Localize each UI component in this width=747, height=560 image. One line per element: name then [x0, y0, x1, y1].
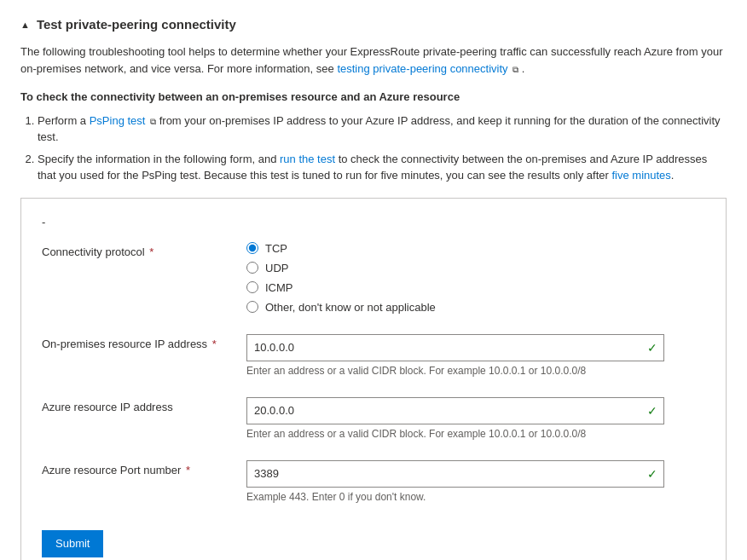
- submit-button[interactable]: Submit: [42, 530, 103, 557]
- azure-ip-check-icon: ✓: [647, 404, 657, 418]
- step1-text-before: Perform a: [38, 114, 90, 127]
- port-check-icon: ✓: [647, 467, 657, 481]
- port-number-input[interactable]: [246, 460, 664, 488]
- on-premises-ip-wrapper: ✓: [246, 334, 664, 361]
- port-number-label: Azure resource Port number *: [42, 460, 246, 476]
- radio-input-tcp[interactable]: [246, 242, 258, 254]
- page-container: ▲ Test private-peering connectivity The …: [20, 17, 727, 560]
- connectivity-protocol-control: TCP UDP ICMP Other, don't know or not ap…: [246, 242, 705, 314]
- required-star-protocol: *: [147, 245, 154, 258]
- on-premises-ip-label: On-premises resource IP address *: [42, 334, 246, 350]
- radio-label-udp: UDP: [265, 262, 288, 274]
- radio-tcp[interactable]: TCP: [246, 242, 705, 255]
- on-premises-ip-hint: Enter an address or a valid CIDR block. …: [246, 365, 705, 377]
- connectivity-protocol-row: Connectivity protocol * TCP UDP ICMP: [42, 242, 705, 314]
- required-star-onprem: *: [209, 338, 217, 350]
- dash-separator: -: [42, 216, 705, 228]
- external-link-icon: ⧉: [512, 63, 518, 76]
- azure-ip-row: Azure resource IP address ✓ Enter an add…: [42, 397, 705, 440]
- on-premises-ip-input[interactable]: [246, 334, 664, 361]
- radio-input-udp[interactable]: [246, 262, 258, 274]
- description-block: The following troubleshooting tool helps…: [20, 43, 727, 77]
- radio-label-icmp: ICMP: [265, 281, 293, 294]
- step-2: Specify the information in the following…: [38, 151, 727, 184]
- steps-heading: To check the connectivity between an on-…: [20, 89, 727, 106]
- radio-label-tcp: TCP: [265, 242, 287, 255]
- on-premises-ip-row: On-premises resource IP address * ✓ Ente…: [42, 334, 705, 377]
- section-title: Test private-peering connectivity: [37, 17, 236, 32]
- chevron-icon[interactable]: ▲: [20, 20, 30, 30]
- private-peering-link[interactable]: testing private-peering connectivity: [337, 62, 507, 75]
- steps-list: Perform a PsPing test ⧉ from your on-pre…: [20, 113, 727, 184]
- azure-ip-control: ✓ Enter an address or a valid CIDR block…: [246, 397, 705, 440]
- step2-text: Specify the information in the following…: [38, 153, 707, 182]
- port-number-control: ✓ Example 443. Enter 0 if you don't know…: [246, 460, 705, 503]
- on-premises-check-icon: ✓: [647, 341, 657, 355]
- radio-input-icmp[interactable]: [246, 281, 258, 293]
- azure-ip-input[interactable]: [246, 397, 664, 424]
- radio-udp[interactable]: UDP: [246, 262, 705, 274]
- radio-label-other: Other, don't know or not applicable: [265, 301, 436, 314]
- on-premises-ip-control: ✓ Enter an address or a valid CIDR block…: [246, 334, 705, 377]
- steps-block: To check the connectivity between an on-…: [20, 89, 727, 184]
- intro-end: .: [522, 62, 525, 75]
- port-number-row: Azure resource Port number * ✓ Example 4…: [42, 460, 705, 503]
- form-container: - Connectivity protocol * TCP UDP: [20, 198, 727, 561]
- section-header: ▲ Test private-peering connectivity: [20, 17, 727, 32]
- radio-input-other[interactable]: [246, 301, 258, 313]
- required-star-port: *: [182, 464, 190, 476]
- radio-other[interactable]: Other, don't know or not applicable: [246, 301, 705, 314]
- step-1: Perform a PsPing test ⧉ from your on-pre…: [38, 113, 727, 146]
- radio-icmp[interactable]: ICMP: [246, 281, 705, 294]
- port-number-wrapper: ✓: [246, 460, 664, 488]
- psping-external-icon: ⧉: [150, 115, 156, 128]
- port-number-hint: Example 443. Enter 0 if you don't know.: [246, 491, 705, 503]
- psping-link[interactable]: PsPing test: [90, 114, 146, 127]
- azure-ip-hint: Enter an address or a valid CIDR block. …: [246, 428, 705, 440]
- connectivity-protocol-label: Connectivity protocol *: [42, 242, 246, 258]
- radio-group-protocol: TCP UDP ICMP Other, don't know or not ap…: [246, 242, 705, 314]
- azure-ip-wrapper: ✓: [246, 397, 664, 424]
- azure-ip-label: Azure resource IP address: [42, 397, 246, 413]
